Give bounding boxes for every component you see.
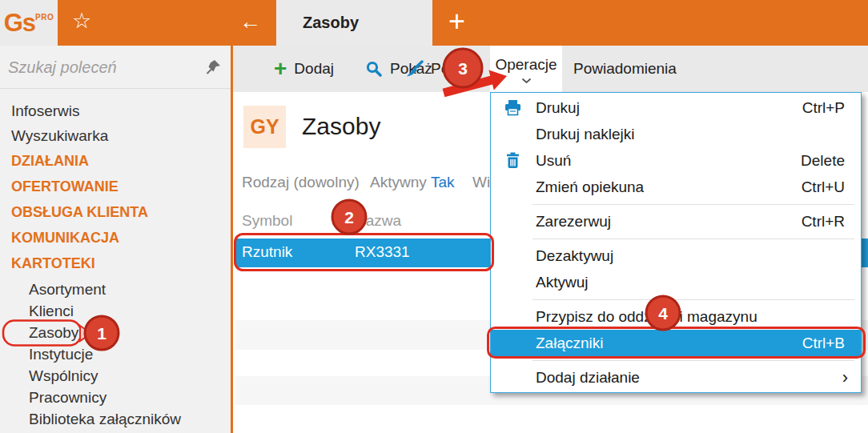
menu-label: Dodaj działanie bbox=[536, 369, 640, 387]
column-header-symbol[interactable]: Symbol bbox=[242, 212, 292, 230]
menu-item-zalaczniki[interactable]: Załączniki Ctrl+B bbox=[491, 330, 861, 356]
sidebar-category-dzialania[interactable]: DZIAŁANIA bbox=[0, 148, 231, 174]
edit-label: Popraw bbox=[431, 60, 482, 78]
menu-separator bbox=[491, 235, 861, 243]
menu-item-drukuj-naklejki[interactable]: Drukuj naklejki bbox=[491, 121, 861, 147]
sidebar-item-infoserwis[interactable]: Infoserwis bbox=[0, 98, 231, 123]
logo-text: Gs bbox=[4, 9, 35, 37]
title-bar: GsPRO ☆ ← Zasoby + bbox=[0, 0, 868, 46]
menu-item-aktywuj[interactable]: Aktywuj bbox=[491, 269, 861, 295]
back-arrow-icon[interactable]: ← bbox=[239, 10, 261, 34]
menu-label: Usuń bbox=[536, 152, 571, 170]
printer-icon bbox=[504, 99, 521, 116]
avatar: GY bbox=[243, 106, 286, 148]
operations-label: Operacje bbox=[490, 56, 562, 74]
menu-label: Zmień opiekuna bbox=[536, 178, 644, 196]
edit-button[interactable]: Popraw bbox=[405, 46, 482, 92]
menu-item-drukuj[interactable]: Drukuj Ctrl+P bbox=[491, 94, 861, 121]
cell-symbol: Rzutnik bbox=[242, 243, 292, 261]
menu-shortcut: Ctrl+U bbox=[802, 178, 845, 196]
sidebar-item-biblioteka-zalacznikow[interactable]: Biblioteka załączników bbox=[0, 408, 231, 430]
menu-item-usun[interactable]: Usuń Delete bbox=[491, 147, 861, 174]
menu-separator bbox=[491, 356, 861, 364]
column-header-nazwa[interactable]: Nazwa bbox=[355, 212, 401, 230]
search-input[interactable] bbox=[8, 54, 200, 81]
toolbar: + Dodaj Pokaż Popraw Operacje Powiadomie… bbox=[233, 46, 868, 92]
sidebar-category-kartoteki[interactable]: KARTOTEKI bbox=[0, 251, 231, 276]
menu-item-przypisz[interactable]: Przypisz do oddziału i magazynu bbox=[491, 303, 861, 330]
menu-label: Przypisz do oddziału i magazynu bbox=[536, 308, 757, 326]
page-title: Zasoby bbox=[302, 113, 380, 140]
filter-aktywny-label: Aktywny bbox=[370, 174, 427, 190]
add-button[interactable]: + Dodaj bbox=[274, 46, 334, 92]
sidebar-item-asortyment[interactable]: Asortyment bbox=[0, 279, 231, 300]
sidebar-category-komunikacja[interactable]: KOMUNIKACJA bbox=[0, 225, 231, 251]
tab-zasoby[interactable]: Zasoby bbox=[276, 0, 432, 46]
chevron-down-icon bbox=[521, 78, 532, 84]
sidebar-item-wyszukiwarka[interactable]: Wyszukiwarka bbox=[0, 123, 231, 148]
menu-label: Zarezerwuj bbox=[536, 213, 611, 231]
app-logo: GsPRO bbox=[0, 0, 58, 46]
logo-pro-badge: PRO bbox=[35, 13, 54, 22]
trash-icon bbox=[504, 152, 521, 169]
magnifier-icon bbox=[365, 60, 383, 78]
favorites-star-icon[interactable]: ☆ bbox=[72, 9, 91, 33]
menu-separator bbox=[491, 295, 861, 303]
menu-separator bbox=[491, 200, 861, 208]
paintbrush-icon bbox=[405, 60, 424, 78]
operations-menu: Drukuj Ctrl+P Drukuj naklejki Usuń Delet… bbox=[490, 92, 862, 393]
menu-shortcut: Delete bbox=[801, 152, 845, 170]
tab-label: Zasoby bbox=[303, 14, 359, 32]
sidebar-nav: Infoserwis Wyszukiwarka DZIAŁANIA OFERTO… bbox=[0, 89, 231, 430]
menu-item-dezaktywuj[interactable]: Dezaktywuj bbox=[491, 243, 861, 269]
operations-button[interactable]: Operacje bbox=[490, 46, 562, 92]
filter-rodzaj[interactable]: Rodzaj (dowolny) bbox=[242, 174, 360, 191]
menu-shortcut: Ctrl+B bbox=[802, 335, 845, 352]
sidebar-category-ofertowanie[interactable]: OFERTOWANIE bbox=[0, 174, 231, 199]
add-label: Dodaj bbox=[294, 60, 334, 78]
sidebar-category-obsluga-klienta[interactable]: OBSŁUGA KLIENTA bbox=[0, 199, 231, 225]
notifications-label: Powiadomienia bbox=[573, 60, 677, 78]
menu-item-zarezerwuj[interactable]: Zarezerwuj Ctrl+R bbox=[491, 208, 861, 235]
plus-icon: + bbox=[274, 59, 287, 78]
command-search bbox=[0, 46, 231, 89]
menu-label: Aktywuj bbox=[536, 274, 588, 291]
filter-aktywny-value: Tak bbox=[431, 174, 455, 190]
menu-item-zmien-opiekuna[interactable]: Zmień opiekuna Ctrl+U bbox=[491, 174, 861, 200]
sidebar: Infoserwis Wyszukiwarka DZIAŁANIA OFERTO… bbox=[0, 46, 231, 433]
menu-shortcut: Ctrl+P bbox=[802, 99, 845, 117]
app-window: GsPRO ☆ ← Zasoby + Infoserwis Wyszukiwar… bbox=[0, 0, 868, 433]
sidebar-item-wspolnicy[interactable]: Wspólnicy bbox=[0, 365, 231, 387]
sidebar-item-zasoby[interactable]: Zasoby bbox=[0, 322, 231, 343]
sidebar-item-pracownicy[interactable]: Pracownicy bbox=[0, 387, 231, 408]
pin-icon[interactable] bbox=[205, 59, 221, 75]
cell-nazwa: RX3331 bbox=[355, 243, 410, 261]
menu-label: Dezaktywuj bbox=[536, 247, 613, 265]
notifications-button[interactable]: Powiadomienia bbox=[573, 46, 677, 92]
menu-item-dodaj-dzialanie[interactable]: Dodaj działanie › bbox=[491, 364, 861, 391]
new-tab-plus-icon[interactable]: + bbox=[448, 5, 465, 38]
menu-label: Drukuj bbox=[536, 99, 580, 117]
sidebar-item-klienci[interactable]: Klienci bbox=[0, 300, 231, 322]
sidebar-item-instytucje[interactable]: Instytucje bbox=[0, 343, 231, 365]
sidebar-divider bbox=[231, 46, 233, 433]
menu-shortcut: Ctrl+R bbox=[802, 213, 845, 231]
menu-label: Drukuj naklejki bbox=[536, 126, 635, 143]
menu-label: Załączniki bbox=[536, 335, 603, 352]
submenu-arrow-icon: › bbox=[842, 370, 848, 386]
table-row bbox=[235, 405, 868, 433]
filter-aktywny[interactable]: Aktywny Tak bbox=[370, 174, 455, 191]
